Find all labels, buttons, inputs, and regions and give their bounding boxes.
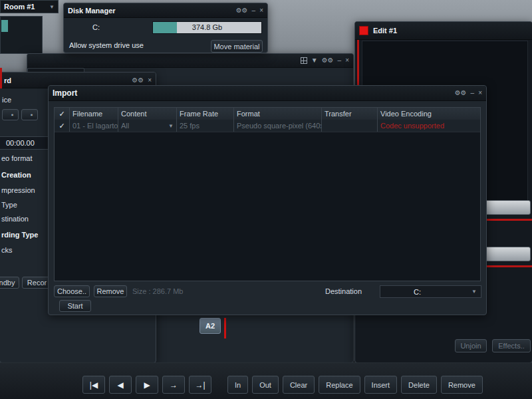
minimize-icon[interactable]: – [338, 57, 342, 64]
size-label: Size : 286.7 Mb [132, 287, 183, 295]
column-header-check[interactable]: ✓ [55, 108, 70, 120]
record-window-title: rd [4, 76, 11, 84]
chevron-down-icon: ▼ [168, 123, 174, 129]
gear-icon[interactable]: ⚙⚙ [132, 77, 144, 84]
destination-dropdown[interactable]: C: ▼ [380, 285, 481, 298]
destination-value: C: [414, 288, 421, 296]
column-header-transfer[interactable]: Transfer [322, 108, 378, 120]
effects-button[interactable]: Effects.. [492, 339, 531, 352]
mark-in-button[interactable]: In [227, 376, 248, 394]
timeline-cursor [224, 318, 226, 338]
column-header-content[interactable]: Content [118, 108, 177, 120]
standby-button[interactable]: ndby [0, 277, 19, 289]
move-material-button[interactable]: Move material [211, 40, 263, 53]
gear-icon[interactable]: ⚙⚙ [236, 7, 248, 14]
column-header-framerate[interactable]: Frame Rate [177, 108, 234, 120]
file-creation-label: Creation [1, 171, 31, 179]
close-icon[interactable]: × [259, 7, 263, 14]
skip-to-end-button[interactable]: →| [189, 376, 211, 394]
room-dropdown-icon[interactable]: ▼ [49, 4, 55, 10]
record-tool-button-1[interactable]: ▪ [2, 109, 19, 120]
close-icon[interactable]: × [148, 77, 152, 84]
play-button[interactable]: ▶ [136, 376, 158, 394]
destination-label: stination [1, 215, 29, 223]
table-empty-area [55, 132, 480, 281]
record-tool-button-2[interactable]: ▪ [21, 109, 38, 120]
record-indicator-icon [359, 26, 368, 35]
minimize-icon[interactable]: – [471, 90, 475, 96]
table-row[interactable]: ✓ 01 - El lagarto i All ▼ 25 fps Pseudo … [55, 120, 480, 132]
import-dialog-title: Import [53, 88, 77, 98]
drive-label: C: [92, 23, 100, 31]
disk-size-value: 374.8 Gb [153, 23, 261, 31]
transport-toolbar: |◀ ◀ ▶ → →| In Out Clear Replace Insert … [0, 362, 532, 399]
audio-track-a2-button[interactable]: A2 [200, 318, 221, 334]
chevron-down-icon[interactable]: ▼ [311, 57, 318, 64]
insert-button[interactable]: Insert [364, 376, 398, 394]
table-header-row: ✓ Filename Content Frame Rate Format Tra… [55, 108, 480, 120]
recording-type-label: rding Type [1, 231, 38, 239]
start-button[interactable]: Start [59, 300, 91, 312]
step-back-button[interactable]: ◀ [109, 376, 132, 394]
grid-view-icon[interactable] [301, 57, 307, 64]
skip-to-start-button[interactable]: |◀ [82, 376, 105, 394]
close-icon[interactable]: × [345, 57, 349, 64]
import-file-table: ✓ Filename Content Frame Rate Format Tra… [54, 107, 481, 281]
chevron-down-icon: ▼ [471, 289, 477, 295]
room-selector-value: Room #1 [4, 3, 35, 11]
row-video-encoding: Codec unsupported [378, 120, 480, 132]
gear-icon[interactable]: ⚙⚙ [322, 57, 334, 64]
file-type-label: Type [1, 201, 17, 209]
edit-window-title: Edit #1 [373, 27, 397, 35]
disk-manager-window: Disk Manager ⚙⚙ – × C: 374.8 Gb Allow sy… [63, 3, 268, 53]
allow-system-drive-label[interactable]: Allow system drive use [69, 41, 144, 49]
row-transfer [322, 120, 378, 132]
top-left-panel [0, 16, 43, 54]
disk-manager-title: Disk Manager [68, 7, 116, 15]
row-checkmark[interactable]: ✓ [55, 120, 70, 132]
device-label: ice [2, 96, 11, 104]
destination-label: Destination [325, 287, 362, 295]
minimize-icon[interactable]: – [252, 7, 256, 14]
close-icon[interactable]: × [478, 90, 482, 96]
tracks-label: cks [1, 246, 13, 254]
mark-out-button[interactable]: Out [252, 376, 279, 394]
column-header-format[interactable]: Format [234, 108, 322, 120]
video-format-label: eo format [1, 154, 32, 162]
row-filename: 01 - El lagarto i [70, 120, 118, 132]
clear-button[interactable]: Clear [283, 376, 315, 394]
record-timecode-field[interactable]: 00:00.00 [0, 136, 51, 150]
background-window-titlebar: ▼ ⚙⚙ – × [27, 54, 353, 68]
transport-controls: |◀ ◀ ▶ → →| In Out Clear Replace Insert … [82, 376, 483, 394]
column-header-videoencoding[interactable]: Video Encoding [378, 108, 480, 120]
gear-icon[interactable]: ⚙⚙ [455, 90, 467, 96]
tool-icon: ▪ [11, 112, 14, 118]
record-timecode-value: 00:00.00 [6, 139, 35, 147]
unjoin-button[interactable]: Unjoin [455, 339, 487, 352]
remove-button[interactable]: Remove [441, 376, 483, 394]
meter-fragment [1, 20, 8, 32]
room-selector[interactable]: Room #1 ▼ [0, 0, 59, 13]
column-header-filename[interactable]: Filename [70, 108, 118, 120]
delete-button[interactable]: Delete [401, 376, 437, 394]
row-content-value: All [121, 122, 129, 130]
remove-button[interactable]: Remove [94, 285, 127, 297]
choose-button[interactable]: Choose.. [54, 285, 90, 297]
row-framerate: 25 fps [177, 120, 234, 132]
replace-button[interactable]: Replace [319, 376, 360, 394]
row-format: Pseudo square-pixel (640x48 [234, 120, 322, 132]
disk-manager-titlebar[interactable]: Disk Manager ⚙⚙ – × [64, 3, 267, 18]
step-forward-button[interactable]: → [162, 376, 185, 394]
compression-label: mpression [1, 186, 35, 194]
edit-window-titlebar[interactable]: Edit #1 [355, 22, 532, 40]
tool-icon: ▪ [31, 112, 33, 118]
import-dialog: Import ⚙⚙ – × ✓ Filename Content Frame R… [48, 85, 487, 315]
import-dialog-titlebar[interactable]: Import ⚙⚙ – × [49, 86, 486, 101]
row-content-dropdown[interactable]: All ▼ [118, 120, 177, 132]
focus-border-fragment [0, 68, 2, 88]
disk-usage-gauge: 374.8 Gb [152, 21, 262, 34]
